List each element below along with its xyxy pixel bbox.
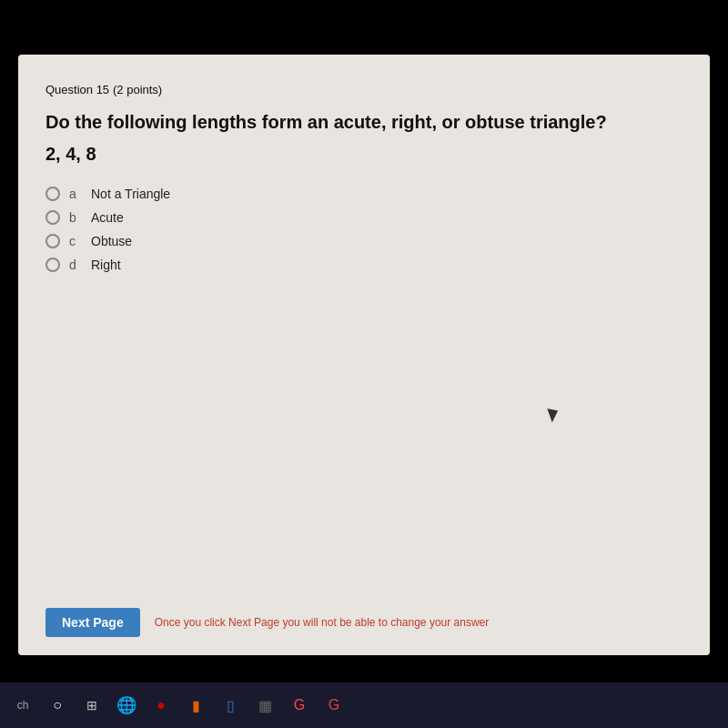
- quiz-screen: Question 15 (2 points) Do the following …: [18, 55, 710, 655]
- warning-text: Once you click Next Page you will not be…: [155, 616, 490, 629]
- taskbar-app3-icon[interactable]: ▯: [217, 692, 244, 719]
- option-label-c: Obtuse: [91, 234, 132, 248]
- taskbar-app2-icon[interactable]: ▮: [182, 692, 209, 719]
- taskbar-widgets-icon[interactable]: ⊞: [78, 692, 106, 719]
- radio-c[interactable]: [46, 234, 60, 248]
- top-bar: [0, 0, 728, 55]
- answer-options: a Not a Triangle b Acute c Obtuse d Righ…: [46, 187, 682, 272]
- bottom-area: Next Page Once you click Next Page you w…: [46, 599, 682, 637]
- question-header: Question 15 (2 points): [46, 82, 682, 96]
- taskbar-edge-icon[interactable]: 🌐: [113, 692, 140, 719]
- option-letter-d: d: [69, 258, 82, 272]
- radio-b[interactable]: [46, 210, 60, 225]
- option-letter-b: b: [69, 210, 82, 225]
- option-letter-c: c: [69, 234, 82, 248]
- question-points: (2 points): [113, 83, 162, 96]
- question-text: Do the following lengths form an acute, …: [46, 109, 682, 135]
- option-row-a[interactable]: a Not a Triangle: [46, 187, 682, 201]
- option-label-d: Right: [91, 258, 121, 272]
- option-row-b[interactable]: b Acute: [46, 210, 682, 225]
- question-number: Question 15: [46, 83, 109, 96]
- option-label-a: Not a Triangle: [91, 187, 170, 201]
- taskbar-search-icon[interactable]: ○: [44, 692, 71, 719]
- radio-d[interactable]: [46, 258, 60, 272]
- taskbar-app5-icon[interactable]: G: [286, 692, 313, 719]
- option-row-c[interactable]: c Obtuse: [46, 234, 682, 248]
- taskbar-search-text: ch: [9, 692, 36, 719]
- taskbar: ch ○ ⊞ 🌐 ● ▮ ▯ ▦ G G: [0, 682, 728, 728]
- taskbar-app1-icon[interactable]: ●: [147, 692, 175, 719]
- question-values: 2, 4, 8: [46, 144, 682, 165]
- option-row-d[interactable]: d Right: [46, 258, 682, 272]
- taskbar-app6-icon[interactable]: G: [320, 692, 348, 719]
- taskbar-app4-icon[interactable]: ▦: [251, 692, 278, 719]
- option-letter-a: a: [69, 187, 82, 201]
- next-page-button[interactable]: Next Page: [46, 608, 140, 637]
- radio-a[interactable]: [46, 187, 60, 201]
- option-label-b: Acute: [91, 210, 124, 225]
